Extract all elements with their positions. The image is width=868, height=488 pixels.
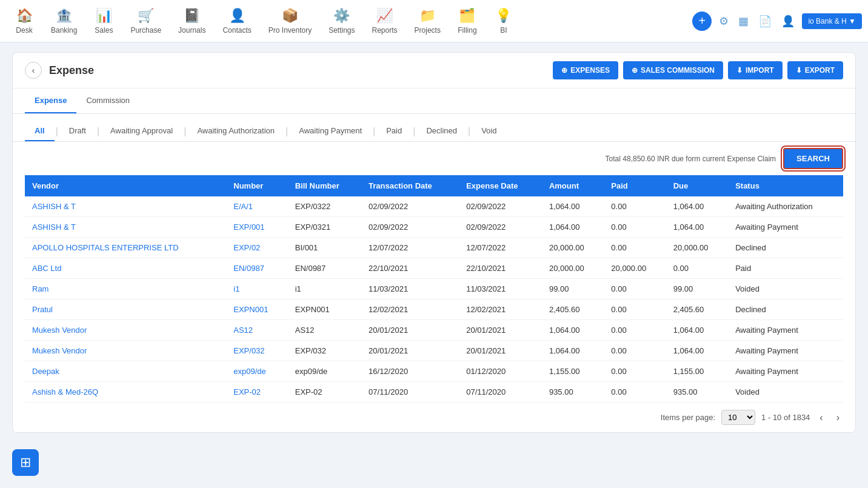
main-tabs: Expense Commission [13, 89, 855, 114]
cell-amount-0: 1,064.00 [542, 196, 604, 217]
vendor-link-6[interactable]: Mukesh Vendor [32, 326, 87, 335]
cell-expense-date-6: 20/01/2021 [459, 320, 542, 341]
filter-tab-awaiting-approval[interactable]: Awaiting Approval [101, 121, 182, 141]
cell-due-3: 0.00 [666, 258, 728, 279]
nav-label-contacts: Contacts [222, 26, 251, 35]
pro-inventory-icon: 📦 [282, 8, 298, 24]
nav-item-filling[interactable]: 🗂️ Filling [449, 3, 486, 39]
number-link-4[interactable]: i1 [233, 284, 239, 293]
nav-item-sales[interactable]: 📊 Sales [85, 3, 122, 39]
desk-icon: 🏠 [16, 8, 33, 24]
cell-bill-number-8: exp09/de [288, 361, 361, 382]
nav-item-journals[interactable]: 📓 Journals [170, 3, 214, 39]
number-link-2[interactable]: EXP/02 [233, 243, 260, 252]
cell-transaction-date-9: 07/11/2020 [361, 382, 459, 403]
prev-page-button[interactable]: ‹ [816, 411, 826, 424]
cell-amount-4: 99.00 [542, 279, 604, 299]
cell-amount-5: 2,405.60 [542, 299, 604, 320]
cell-bill-number-4: i1 [288, 279, 361, 299]
filter-tab-declined[interactable]: Declined [416, 121, 467, 141]
tab-expense[interactable]: Expense [25, 89, 76, 113]
col-expense-date: Expense Date [459, 175, 542, 196]
cell-status-0: Awaiting Authorization [728, 196, 843, 217]
page-title: Expense [49, 64, 546, 77]
nav-item-banking[interactable]: 🏦 Banking [42, 3, 85, 39]
cell-transaction-date-2: 12/07/2022 [361, 238, 459, 258]
per-page-select[interactable]: 10 25 50 100 [721, 410, 755, 425]
number-link-1[interactable]: EXP/001 [233, 222, 264, 232]
vendor-link-3[interactable]: ABC Ltd [32, 264, 61, 273]
bank-selector[interactable]: io Bank & H ▼ [802, 13, 862, 29]
vendor-link-7[interactable]: Mukesh Vendor [32, 346, 87, 355]
vendor-link-8[interactable]: Deepak [32, 367, 59, 376]
nav-item-purchase[interactable]: 🛒 Purchase [122, 3, 170, 39]
vendor-link-9[interactable]: Ashish & Med-26Q [32, 387, 98, 396]
projects-icon: 📁 [419, 8, 436, 24]
number-link-5[interactable]: EXPN001 [233, 305, 268, 314]
filter-tab-draft[interactable]: Draft [59, 121, 96, 141]
col-paid: Paid [604, 175, 666, 196]
col-bill-number: Bill Number [288, 175, 361, 196]
nav-item-pro-inventory[interactable]: 📦 Pro Inventory [260, 3, 320, 39]
cell-number-7: EXP/032 [226, 341, 287, 361]
expenses-button[interactable]: ⊕ EXPENSES [553, 61, 618, 79]
banking-icon: 🏦 [56, 8, 72, 24]
import-button[interactable]: ⬇ IMPORT [728, 61, 783, 79]
filter-tab-awaiting-authorization[interactable]: Awaiting Authorization [187, 121, 284, 141]
total-text: Total 48,850.60 INR due form current Exp… [25, 155, 783, 163]
nav-item-bi[interactable]: 💡 BI [486, 3, 522, 39]
filter-tab-paid[interactable]: Paid [376, 121, 412, 141]
cell-vendor-4: Ram [25, 279, 226, 299]
vendor-link-1[interactable]: ASHISH & T [32, 222, 76, 232]
number-link-8[interactable]: exp09/de [233, 367, 266, 376]
nav-item-desk[interactable]: 🏠 Desk [6, 3, 42, 39]
pagination: Items per page: 10 25 50 100 1 - 10 of 1… [13, 403, 855, 432]
number-link-6[interactable]: AS12 [233, 326, 253, 335]
number-link-3[interactable]: EN/0987 [233, 264, 264, 273]
cell-due-1: 1,064.00 [666, 217, 728, 238]
settings-icon: ⚙️ [333, 8, 350, 24]
nav-item-contacts[interactable]: 👤 Contacts [214, 3, 259, 39]
sales-commission-button[interactable]: ⊕ SALES COMMISSION [623, 61, 723, 79]
cell-number-2: EXP/02 [226, 238, 287, 258]
filter-tab-void[interactable]: Void [472, 121, 506, 141]
cell-paid-4: 0.00 [604, 279, 666, 299]
cell-paid-0: 0.00 [604, 196, 666, 217]
user-avatar-icon[interactable]: 👤 [779, 12, 797, 30]
vendor-link-0[interactable]: ASHISH & T [32, 202, 76, 211]
number-link-0[interactable]: E/A/1 [233, 202, 253, 211]
nav-item-reports[interactable]: 📈 Reports [364, 3, 406, 39]
add-button[interactable]: + [692, 12, 712, 31]
vendor-link-2[interactable]: APOLLO HOSPITALS ENTERPRISE LTD [32, 243, 179, 252]
vendor-link-5[interactable]: Pratul [32, 305, 53, 314]
page-card: ‹ Expense ⊕ EXPENSES ⊕ SALES COMMISSION … [12, 52, 856, 433]
cell-amount-8: 1,155.00 [542, 361, 604, 382]
tab-commission[interactable]: Commission [76, 89, 139, 113]
page-header: ‹ Expense ⊕ EXPENSES ⊕ SALES COMMISSION … [13, 53, 855, 89]
export-button[interactable]: ⬇ EXPORT [787, 61, 843, 79]
nav-item-settings[interactable]: ⚙️ Settings [320, 3, 363, 39]
cell-transaction-date-3: 22/10/2021 [361, 258, 459, 279]
nav-label-projects: Projects [415, 26, 441, 35]
cell-status-3: Paid [728, 258, 843, 279]
cell-amount-7: 1,064.00 [542, 341, 604, 361]
number-link-9[interactable]: EXP-02 [233, 387, 261, 396]
nav-item-projects[interactable]: 📁 Projects [406, 3, 449, 39]
expenses-plus-icon: ⊕ [561, 66, 567, 75]
search-button[interactable]: SEARCH [783, 148, 843, 169]
document-icon[interactable]: 📄 [756, 12, 774, 30]
number-link-7[interactable]: EXP/032 [233, 346, 264, 355]
vendor-link-4[interactable]: Ram [32, 284, 48, 293]
filter-tab-all[interactable]: All [25, 121, 55, 141]
next-page-button[interactable]: › [833, 411, 843, 424]
contacts-icon: 👤 [229, 8, 245, 24]
cell-amount-3: 20,000.00 [542, 258, 604, 279]
settings-gear-icon[interactable]: ⚙ [716, 12, 731, 30]
cell-number-3: EN/0987 [226, 258, 287, 279]
nav-right-actions: + ⚙ ▦ 📄 👤 io Bank & H ▼ [692, 12, 862, 31]
cell-paid-8: 0.00 [604, 361, 666, 382]
nav-label-reports: Reports [372, 26, 398, 35]
back-button[interactable]: ‹ [25, 62, 42, 79]
grid-icon[interactable]: ▦ [736, 12, 751, 30]
filter-tab-awaiting-payment[interactable]: Awaiting Payment [289, 121, 372, 141]
